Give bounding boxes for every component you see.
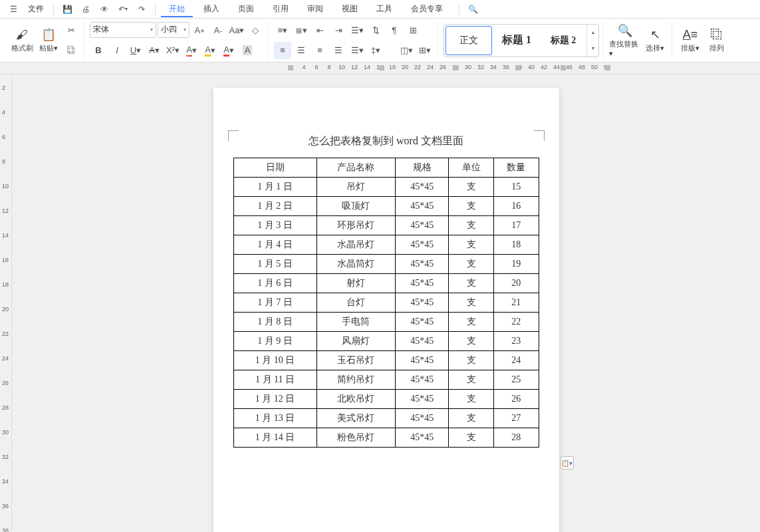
table-cell[interactable]: 45*45 bbox=[396, 274, 449, 293]
table-cell[interactable]: 20 bbox=[493, 274, 539, 293]
menu-tab-1[interactable]: 插入 bbox=[195, 1, 227, 17]
shading-button[interactable]: ◫▾ bbox=[398, 42, 415, 59]
style-normal[interactable]: 正文 bbox=[445, 26, 492, 55]
arrange-button[interactable]: ⿻ 排列 bbox=[704, 22, 729, 59]
table-cell[interactable]: 支 bbox=[449, 351, 494, 370]
table-cell[interactable]: 28 bbox=[493, 428, 539, 448]
document-title[interactable]: 怎么把表格复制到 word 文档里面 bbox=[233, 134, 539, 148]
menu-tab-0[interactable]: 开始 bbox=[161, 1, 193, 17]
table-cell[interactable]: 21 bbox=[493, 293, 539, 313]
table-row[interactable]: 1 月 10 日玉石吊灯45*45支24 bbox=[233, 351, 539, 370]
style-gallery-more[interactable]: ▴▾ bbox=[586, 25, 598, 57]
print-icon[interactable]: 🖨 bbox=[78, 1, 94, 17]
font-name-select[interactable]: 宋体▾ bbox=[90, 22, 156, 38]
tabs-button[interactable]: ⊞ bbox=[404, 22, 422, 39]
bold-button[interactable]: B bbox=[90, 42, 107, 59]
search-icon[interactable]: 🔍 bbox=[465, 1, 481, 17]
table-cell[interactable]: 支 bbox=[449, 332, 494, 351]
table-cell[interactable]: 1 月 13 日 bbox=[233, 409, 317, 428]
copy-button[interactable]: ⿻ bbox=[63, 42, 80, 59]
table-cell[interactable]: 水晶吊灯 bbox=[317, 235, 396, 255]
table-cell[interactable]: 1 月 1 日 bbox=[233, 178, 317, 197]
highlight-button[interactable]: A▾ bbox=[201, 42, 219, 59]
table-cell[interactable]: 45*45 bbox=[396, 390, 449, 409]
italic-button[interactable]: I bbox=[108, 42, 126, 59]
table-row[interactable]: 1 月 9 日风扇灯45*45支23 bbox=[233, 332, 539, 351]
paste-options-button[interactable]: 📋▾ bbox=[561, 456, 574, 469]
text-direction-button[interactable]: ☰▾ bbox=[348, 22, 366, 39]
table-cell[interactable]: 1 月 6 日 bbox=[233, 274, 317, 293]
numbering-button[interactable]: ≣▾ bbox=[293, 22, 310, 39]
char-shading-button[interactable]: A bbox=[239, 42, 256, 59]
borders-button[interactable]: ⊞▾ bbox=[416, 42, 434, 59]
table-cell[interactable]: 1 月 8 日 bbox=[233, 313, 317, 332]
font-color-button[interactable]: A▾ bbox=[220, 42, 237, 59]
change-case-button[interactable]: Aa▾ bbox=[228, 22, 245, 39]
table-cell[interactable]: 1 月 11 日 bbox=[233, 370, 317, 390]
bullets-button[interactable]: ≡▾ bbox=[274, 22, 291, 39]
table-cell[interactable]: 风扇灯 bbox=[317, 332, 396, 351]
table-row[interactable]: 1 月 5 日水晶筒灯45*45支19 bbox=[233, 255, 539, 274]
table-cell[interactable]: 支 bbox=[449, 235, 494, 255]
style-heading2[interactable]: 标题 2 bbox=[540, 25, 586, 57]
table-row[interactable]: 1 月 3 日环形吊灯45*45支17 bbox=[233, 216, 539, 235]
find-replace-button[interactable]: 🔍 查找替换▾ bbox=[609, 22, 641, 59]
font-size-select[interactable]: 小四▾ bbox=[158, 22, 190, 38]
sort-button[interactable]: ⇅ bbox=[367, 22, 384, 39]
table-cell[interactable]: 45*45 bbox=[396, 313, 449, 332]
table-cell[interactable]: 支 bbox=[449, 313, 494, 332]
table-cell[interactable]: 45*45 bbox=[396, 428, 449, 448]
table-row[interactable]: 1 月 12 日北欧吊灯45*45支26 bbox=[233, 390, 539, 409]
table-cell[interactable]: 45*45 bbox=[396, 197, 449, 216]
table-cell[interactable]: 1 月 3 日 bbox=[233, 216, 317, 235]
table-cell[interactable]: 24 bbox=[493, 351, 539, 370]
table-row[interactable]: 1 月 11 日简约吊灯45*45支25 bbox=[233, 370, 539, 390]
table-cell[interactable]: 吊灯 bbox=[317, 178, 396, 197]
table-cell[interactable]: 27 bbox=[493, 409, 539, 428]
save-icon[interactable]: 💾 bbox=[59, 1, 75, 17]
menu-tab-3[interactable]: 引用 bbox=[265, 1, 297, 17]
shrink-font-button[interactable]: A- bbox=[209, 22, 227, 39]
table-cell[interactable]: 1 月 7 日 bbox=[233, 293, 317, 313]
table-cell[interactable]: 19 bbox=[493, 255, 539, 274]
table-header[interactable]: 产品名称 bbox=[317, 158, 396, 178]
table-cell[interactable]: 玉石吊灯 bbox=[317, 351, 396, 370]
table-cell[interactable]: 45*45 bbox=[396, 178, 449, 197]
table-cell[interactable]: 22 bbox=[493, 313, 539, 332]
document-table[interactable]: 日期产品名称规格单位数量 1 月 1 日吊灯45*45支151 月 2 日吸顶灯… bbox=[233, 158, 539, 448]
align-center-button[interactable]: ☰ bbox=[293, 42, 310, 59]
align-left-button[interactable]: ≡ bbox=[274, 42, 291, 59]
underline-button[interactable]: U▾ bbox=[127, 42, 144, 59]
table-cell[interactable]: 45*45 bbox=[396, 409, 449, 428]
table-row[interactable]: 1 月 4 日水晶吊灯45*45支18 bbox=[233, 235, 539, 255]
preview-icon[interactable]: 👁 bbox=[96, 1, 112, 17]
table-cell[interactable]: 18 bbox=[493, 235, 539, 255]
table-cell[interactable]: 支 bbox=[449, 293, 494, 313]
table-cell[interactable]: 17 bbox=[493, 216, 539, 235]
table-cell[interactable]: 水晶筒灯 bbox=[317, 255, 396, 274]
show-marks-button[interactable]: ¶ bbox=[386, 22, 403, 39]
hamburger-icon[interactable]: ☰ bbox=[5, 1, 21, 17]
table-header[interactable]: 规格 bbox=[396, 158, 449, 178]
table-cell[interactable]: 支 bbox=[449, 409, 494, 428]
table-cell[interactable]: 45*45 bbox=[396, 351, 449, 370]
table-cell[interactable]: 支 bbox=[449, 216, 494, 235]
table-cell[interactable]: 16 bbox=[493, 197, 539, 216]
decrease-indent-button[interactable]: ⇤ bbox=[311, 22, 328, 39]
table-cell[interactable]: 简约吊灯 bbox=[317, 370, 396, 390]
file-menu[interactable]: 文件 bbox=[24, 3, 48, 15]
paste-button[interactable]: 📋 粘贴▾ bbox=[36, 22, 61, 59]
redo-icon[interactable]: ↷ bbox=[134, 1, 150, 17]
table-cell[interactable]: 1 月 4 日 bbox=[233, 235, 317, 255]
vertical-ruler[interactable]: 246810121416182022242628303234363840 bbox=[0, 74, 12, 532]
table-row[interactable]: 1 月 1 日吊灯45*45支15 bbox=[233, 178, 539, 197]
table-row[interactable]: 1 月 2 日吸顶灯45*45支16 bbox=[233, 197, 539, 216]
table-cell[interactable]: 1 月 9 日 bbox=[233, 332, 317, 351]
table-row[interactable]: 1 月 6 日射灯45*45支20 bbox=[233, 274, 539, 293]
table-cell[interactable]: 支 bbox=[449, 178, 494, 197]
align-right-button[interactable]: ≡ bbox=[311, 42, 328, 59]
table-cell[interactable]: 45*45 bbox=[396, 235, 449, 255]
menu-tab-6[interactable]: 工具 bbox=[368, 1, 400, 17]
table-cell[interactable]: 25 bbox=[493, 370, 539, 390]
table-cell[interactable]: 支 bbox=[449, 197, 494, 216]
